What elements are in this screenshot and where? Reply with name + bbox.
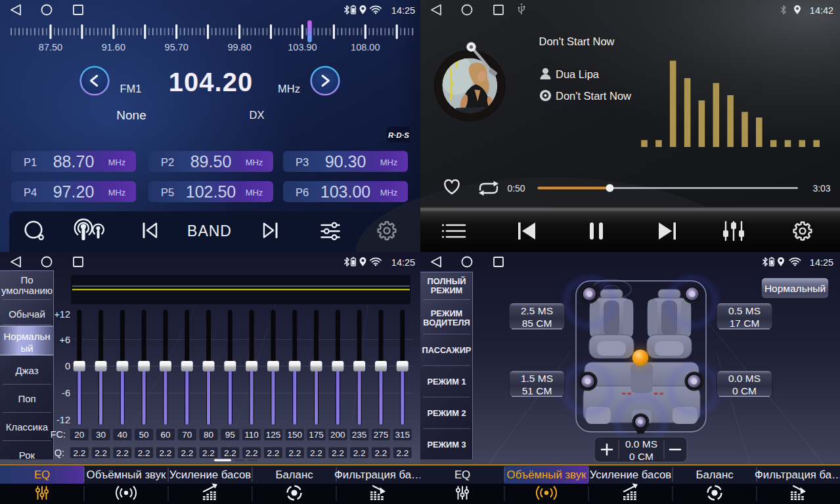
svg-text:95.70: 95.70 xyxy=(165,42,188,52)
svg-text:P2: P2 xyxy=(161,156,174,168)
svg-text:2.2: 2.2 xyxy=(73,448,85,458)
svg-text:90.30: 90.30 xyxy=(325,152,366,171)
svg-text:Обычай: Обычай xyxy=(9,308,45,320)
svg-text:104.20: 104.20 xyxy=(169,68,253,96)
svg-text:Усиление басов: Усиление басов xyxy=(169,469,252,481)
svg-text:Объёмный звук: Объёмный звук xyxy=(507,469,586,481)
svg-text:275: 275 xyxy=(374,430,389,440)
svg-text:ПОЛНЫЙ: ПОЛНЫЙ xyxy=(428,276,466,286)
svg-text:175: 175 xyxy=(309,430,324,440)
svg-text:ВОДИТЕЛЯ: ВОДИТЕЛЯ xyxy=(423,318,470,327)
svg-text:MHz: MHz xyxy=(380,188,398,198)
svg-text:FM1: FM1 xyxy=(120,83,142,94)
svg-text:EQ: EQ xyxy=(454,469,470,481)
svg-text:95: 95 xyxy=(225,430,235,440)
svg-text:2.2: 2.2 xyxy=(224,448,236,458)
svg-text:Нормальн: Нормальн xyxy=(3,331,50,342)
svg-text:Фильтрация ба…: Фильтрация ба… xyxy=(334,469,422,481)
svg-text:0 CM: 0 CM xyxy=(732,385,757,396)
svg-text:P6: P6 xyxy=(296,186,309,198)
svg-text:200: 200 xyxy=(330,430,345,440)
svg-text:умолчанию: умолчанию xyxy=(1,285,53,296)
svg-text:Классика: Классика xyxy=(6,421,49,432)
svg-text:103.00: 103.00 xyxy=(321,182,370,201)
svg-text:108.00: 108.00 xyxy=(351,42,380,52)
svg-text:3:03: 3:03 xyxy=(812,183,830,194)
svg-text:Поп: Поп xyxy=(18,393,35,404)
svg-text:2.2: 2.2 xyxy=(353,448,366,458)
svg-text:P5: P5 xyxy=(161,186,174,198)
svg-text:2.5 MS: 2.5 MS xyxy=(521,305,553,316)
svg-text:102.50: 102.50 xyxy=(186,182,236,201)
svg-text:MHz: MHz xyxy=(278,83,300,94)
svg-text:Объёмный звук: Объёмный звук xyxy=(87,469,166,481)
svg-text:Нормальный: Нормальный xyxy=(764,283,826,294)
svg-text:0.0 MS: 0.0 MS xyxy=(625,438,657,450)
svg-text:ПАССАЖИР: ПАССАЖИР xyxy=(422,345,472,355)
svg-text:14:25: 14:25 xyxy=(391,5,415,16)
svg-text:Рок: Рок xyxy=(19,450,35,461)
svg-text:0.5 MS: 0.5 MS xyxy=(728,305,761,316)
svg-text:14:25: 14:25 xyxy=(391,257,415,268)
svg-text:87.50: 87.50 xyxy=(39,42,62,52)
svg-text:Dua Lipa: Dua Lipa xyxy=(556,68,600,80)
svg-text:Усиление басов: Усиление басов xyxy=(590,469,672,481)
svg-text:РЕЖИМ: РЕЖИМ xyxy=(431,308,463,318)
svg-text:РЕЖИМ: РЕЖИМ xyxy=(431,285,463,295)
svg-text:0.0 MS: 0.0 MS xyxy=(728,373,761,384)
svg-text:2.2: 2.2 xyxy=(267,448,280,458)
svg-text:70: 70 xyxy=(182,430,192,440)
svg-text:103.90: 103.90 xyxy=(288,42,317,52)
svg-text:2.2: 2.2 xyxy=(116,448,129,458)
svg-text:EQ: EQ xyxy=(34,469,50,481)
svg-text:MHz: MHz xyxy=(108,158,126,167)
svg-text:0 CM: 0 CM xyxy=(629,451,653,462)
svg-text:2.2: 2.2 xyxy=(375,448,387,458)
svg-text:0:50: 0:50 xyxy=(507,183,525,194)
svg-text:По: По xyxy=(20,274,33,285)
svg-text:125: 125 xyxy=(266,430,281,440)
svg-text:Баланс: Баланс xyxy=(696,469,733,481)
svg-text:MHz: MHz xyxy=(246,158,263,167)
svg-text:РЕЖИМ 1: РЕЖИМ 1 xyxy=(427,377,466,387)
svg-text:20: 20 xyxy=(74,430,84,440)
svg-text:+12: +12 xyxy=(54,309,70,320)
svg-text:2.2: 2.2 xyxy=(138,448,150,458)
svg-text:Баланс: Баланс xyxy=(275,469,313,481)
svg-text:2.2: 2.2 xyxy=(288,448,301,458)
svg-text:+6: +6 xyxy=(59,335,70,345)
svg-text:51 CM: 51 CM xyxy=(522,385,552,396)
svg-text:315: 315 xyxy=(395,430,410,440)
svg-text:-12: -12 xyxy=(56,415,70,425)
svg-text:0: 0 xyxy=(65,361,70,371)
svg-text:14:42: 14:42 xyxy=(810,5,833,16)
svg-text:14:25: 14:25 xyxy=(810,257,833,268)
svg-text:40: 40 xyxy=(118,430,127,440)
svg-text:17 CM: 17 CM xyxy=(730,318,760,329)
svg-text:2.2: 2.2 xyxy=(246,448,258,458)
svg-text:P1: P1 xyxy=(24,156,37,168)
svg-text:150: 150 xyxy=(288,430,303,440)
svg-text:1.5 MS: 1.5 MS xyxy=(521,373,553,384)
svg-text:2.2: 2.2 xyxy=(160,448,172,458)
svg-text:P3: P3 xyxy=(296,156,309,168)
svg-text:88.70: 88.70 xyxy=(53,152,95,171)
svg-text:30: 30 xyxy=(96,430,106,440)
svg-text:2.2: 2.2 xyxy=(332,448,344,458)
svg-text:110: 110 xyxy=(244,430,259,440)
svg-text:MHz: MHz xyxy=(246,188,263,198)
svg-text:DX: DX xyxy=(250,109,265,121)
svg-text:2.2: 2.2 xyxy=(202,448,215,458)
svg-text:MHz: MHz xyxy=(108,188,126,198)
svg-text:2.2: 2.2 xyxy=(95,448,107,458)
svg-text:Q:: Q: xyxy=(55,448,64,458)
svg-text:BAND: BAND xyxy=(187,222,232,240)
svg-text:89.50: 89.50 xyxy=(190,152,232,171)
svg-text:-6: -6 xyxy=(62,388,70,398)
svg-text:60: 60 xyxy=(160,430,170,440)
svg-text:MHz: MHz xyxy=(380,158,398,167)
svg-text:Джаз: Джаз xyxy=(15,365,38,376)
svg-text:P4: P4 xyxy=(24,186,37,198)
svg-text:РЕЖИМ 3: РЕЖИМ 3 xyxy=(427,440,466,450)
svg-text:None: None xyxy=(116,108,146,122)
